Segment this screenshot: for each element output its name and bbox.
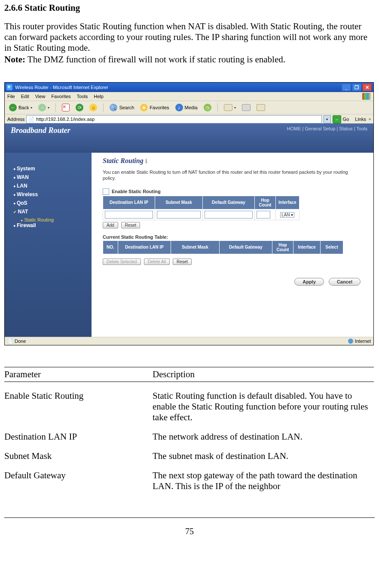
delete-all-button[interactable]: Delete All [144, 259, 170, 265]
history-button[interactable]: ◷ [202, 103, 213, 112]
router-main-pane: Static Routing ℹ You can enable Static R… [92, 153, 373, 337]
favorites-button[interactable]: ★Favorites [138, 103, 171, 112]
refresh-icon: ⟳ [76, 104, 83, 111]
tcol-gateway: Default Gateway [220, 240, 272, 254]
param-desc: The next stop gateway of the path toward… [153, 470, 374, 492]
embedded-screenshot: Wireless Router - Microsoft Internet Exp… [4, 82, 374, 345]
menu-help[interactable]: Help [94, 94, 104, 99]
menu-tools[interactable]: Tools [77, 94, 88, 99]
param-row: Destination LAN IP The network address o… [4, 431, 374, 442]
param-desc: Static Routing function is default disab… [153, 391, 374, 423]
browser-statusbar: 📄 Done Internet [5, 337, 373, 345]
reset-table-button[interactable]: Reset [173, 259, 192, 265]
hop-count-input[interactable] [257, 211, 270, 219]
col-subnet-mask: Subnet Mask [155, 196, 203, 209]
menu-edit[interactable]: Edit [21, 94, 29, 99]
history-icon: ◷ [204, 104, 211, 111]
home-button[interactable]: ⌂ [88, 103, 99, 112]
page-number: 75 [4, 517, 375, 536]
edit-button[interactable] [255, 103, 267, 112]
stop-button[interactable]: ✕ [60, 103, 71, 112]
window-maximize-button[interactable]: ❐ [352, 83, 361, 91]
sidebar-item-nat[interactable]: NAT [13, 209, 86, 215]
menu-bar: File Edit View Favorites Tools Help [5, 92, 373, 101]
sidebar-item-wireless[interactable]: Wireless [13, 191, 86, 197]
default-gateway-input[interactable] [205, 211, 253, 219]
reset-button[interactable]: Reset [121, 222, 140, 228]
window-titlebar: Wireless Router - Microsoft Internet Exp… [5, 83, 373, 92]
go-button[interactable]: → [333, 115, 341, 123]
ie-icon [6, 84, 12, 90]
section-heading: 2.6.6 Static Routing [4, 3, 375, 13]
router-topnav[interactable]: HOME | General Setup | Status | Tools [287, 126, 367, 131]
sidebar-item-firewall[interactable]: Firewall [13, 222, 86, 228]
page-title: Static Routing ℹ [103, 157, 365, 165]
param-row: Default Gateway The next stop gateway of… [4, 470, 374, 492]
home-icon: ⌂ [89, 104, 97, 111]
stop-icon: ✕ [62, 104, 70, 111]
apply-button[interactable]: Apply [294, 278, 324, 286]
tcol-no: NO. [103, 240, 118, 254]
delete-selected-button[interactable]: Delete Selected [103, 259, 141, 265]
search-icon: 🔍 [110, 104, 117, 111]
enable-static-routing-checkbox[interactable] [103, 188, 109, 195]
current-table-title: Current Static Routing Table: [103, 234, 365, 240]
menu-favorites[interactable]: Favorites [51, 94, 70, 99]
note-label: Note: [4, 54, 25, 65]
col-default-gateway: Default Gateway [203, 196, 255, 209]
current-routing-table: NO. Destination LAN IP Subnet Mask Defau… [103, 240, 343, 254]
add-button[interactable]: Add [103, 222, 118, 228]
menu-file[interactable]: File [7, 94, 15, 99]
window-minimize-button[interactable]: _ [342, 83, 351, 91]
dest-lan-ip-input[interactable] [105, 211, 153, 219]
address-field[interactable]: 📄 http://192.168.2.1/index.asp [26, 115, 321, 123]
back-button[interactable]: ←Back ▾ [7, 103, 34, 112]
forward-button[interactable]: →▾ [37, 103, 51, 112]
page-status-icon: 📄 [7, 339, 13, 344]
address-label: Address [7, 117, 24, 122]
internet-zone-icon [348, 339, 353, 344]
links-label[interactable]: Links [355, 117, 366, 122]
router-brand: Broadband Router [11, 126, 70, 135]
address-bar: Address 📄 http://192.168.2.1/index.asp ▾… [5, 114, 373, 124]
search-button[interactable]: 🔍Search [108, 103, 136, 112]
sidebar-sublink-static-routing[interactable]: Static Routing [21, 217, 86, 222]
col-dest-lan-ip: Destination LAN IP [103, 196, 155, 209]
page-description: You can enable Static Routing to turn of… [103, 169, 352, 182]
parameter-table: Parameter Description Enable Static Rout… [4, 367, 374, 492]
print-icon [242, 104, 251, 111]
enable-static-routing-label: Enable Static Routing [112, 189, 161, 194]
mail-button[interactable]: ▾ [222, 103, 238, 112]
param-name: Default Gateway [4, 470, 153, 481]
cancel-button[interactable]: Cancel [329, 278, 361, 286]
zone-text: Internet [355, 339, 371, 344]
param-header-parameter: Parameter [4, 369, 153, 380]
sidebar-item-lan[interactable]: LAN [13, 183, 86, 189]
go-label: Go [343, 117, 349, 122]
interface-select[interactable]: LAN ▾ [280, 212, 294, 218]
sidebar-item-qos[interactable]: QoS [13, 200, 86, 206]
print-button[interactable] [240, 103, 252, 112]
param-desc: The subnet mask of destination LAN. [153, 451, 374, 462]
window-close-button[interactable]: ✕ [362, 83, 372, 91]
menu-view[interactable]: View [35, 94, 46, 99]
tcol-subnet: Subnet Mask [171, 240, 220, 254]
note-line: Note: The DMZ function of firewall will … [4, 54, 375, 65]
sidebar-item-system[interactable]: System [13, 166, 86, 172]
windows-logo-icon [362, 93, 371, 100]
note-text: The DMZ function of firewall will not wo… [25, 54, 285, 65]
address-value: http://192.168.2.1/index.asp [36, 117, 95, 122]
subnet-mask-input[interactable] [157, 211, 201, 219]
param-name: Enable Static Routing [4, 391, 153, 401]
media-button[interactable]: ♪Media [174, 103, 199, 112]
param-row: Enable Static Routing Static Routing fun… [4, 391, 374, 423]
address-dropdown[interactable]: ▾ [324, 115, 331, 123]
refresh-button[interactable]: ⟳ [74, 103, 85, 112]
intro-paragraph: This router provides Static Routing func… [4, 21, 375, 53]
help-icon[interactable]: ℹ [145, 158, 147, 164]
param-name: Subnet Mask [4, 451, 153, 462]
col-hop-count: Hop Count [255, 196, 276, 209]
sidebar-item-wan[interactable]: WAN [13, 174, 86, 180]
media-icon: ♪ [175, 104, 183, 111]
browser-toolbar: ←Back ▾ →▾ ✕ ⟳ ⌂ 🔍Search ★Favorites ♪Med… [5, 101, 373, 114]
